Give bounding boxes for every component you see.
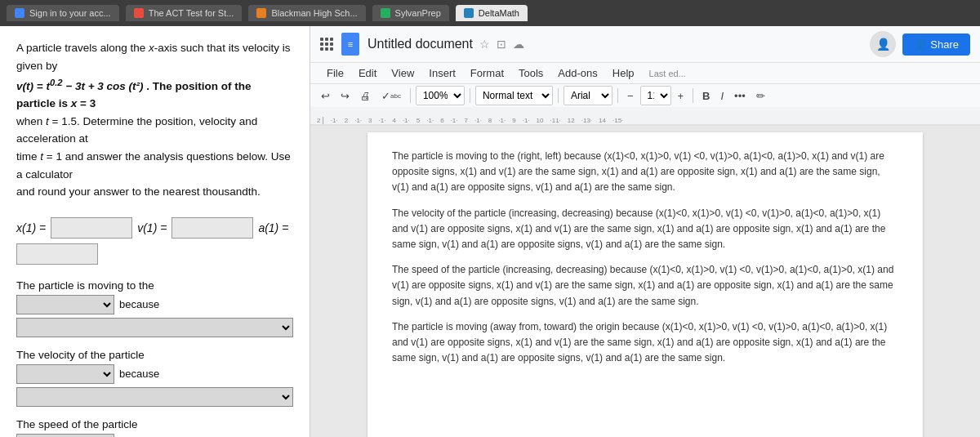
tab-label-act: The ACT Test for St... [149, 8, 234, 18]
bold-button[interactable]: B [698, 87, 714, 105]
problem-text-part4: and round your answer to the nearest tho… [16, 185, 261, 198]
question1-dropdown[interactable]: right left [16, 295, 114, 314]
question2-label: The velocity of the particle [16, 349, 293, 361]
tab-icon-act [134, 8, 144, 18]
tab-act[interactable]: The ACT Test for St... [126, 5, 243, 21]
toolbar-divider-1 [410, 88, 411, 103]
x-input[interactable] [51, 217, 132, 239]
answer-choice-2: The velocity of the particle (increasing… [392, 206, 898, 253]
undo-button[interactable]: ↩ [317, 87, 334, 105]
share-icon: 👤 [914, 38, 927, 51]
question1-row: The particle is moving to the right left… [16, 279, 293, 337]
right-panel: ≡ Untitled document ☆ ⊡ ☁ 👤 👤 Share [310, 26, 980, 437]
style-select[interactable]: Normal text Heading 1 Heading 2 [475, 86, 553, 105]
toolbar-divider-4 [617, 88, 618, 103]
menu-bar: File Edit View Insert Format Tools Add-o… [310, 63, 980, 83]
menu-edit[interactable]: Edit [352, 65, 383, 82]
print-button[interactable]: 🖨 [356, 87, 375, 105]
redo-button[interactable]: ↪ [336, 87, 354, 105]
question2-reason-dropdown[interactable]: x(1)<0 v(1) < 0 a(1) < 0 [16, 387, 293, 407]
menu-lastedit[interactable]: Last ed... [643, 66, 693, 81]
avatar[interactable]: 👤 [870, 31, 896, 57]
question3-dropdown[interactable]: increasing decreasing [16, 434, 114, 437]
answer-choice-4-text: The particle is moving (away from, towar… [392, 319, 898, 367]
ruler: 2 | ·1· 2 ·1· 3 ·1· 4 ·1· 5 ·1· 6 ·1· 7 … [310, 107, 980, 125]
doc-title[interactable]: Untitled document [368, 37, 473, 51]
apps-icon[interactable] [320, 38, 333, 51]
a-input[interactable] [16, 243, 98, 265]
question3-label: The speed of the particle [16, 418, 293, 430]
doc-header: ≡ Untitled document ☆ ⊡ ☁ 👤 👤 Share [310, 26, 980, 63]
font-size-decrease[interactable]: − [623, 87, 638, 105]
share-label: Share [930, 38, 959, 51]
menu-format[interactable]: Format [464, 65, 510, 82]
cloud-icon: ☁ [513, 38, 524, 51]
answer-choice-1: The particle is moving to the (right, le… [392, 149, 898, 196]
question1-because: because [119, 298, 159, 310]
menu-insert[interactable]: Insert [422, 65, 462, 82]
left-panel: A particle travels along the x-axis such… [0, 26, 310, 437]
question1-label: The particle is moving to the [16, 279, 293, 292]
italic-button[interactable]: I [716, 87, 728, 105]
tab-icon-sign-in [15, 8, 24, 18]
menu-help[interactable]: Help [606, 65, 641, 82]
move-icon[interactable]: ⊡ [497, 38, 506, 51]
share-button[interactable]: 👤 Share [902, 33, 970, 56]
a-label: a(1) = [258, 221, 288, 234]
question1-group: right left because [16, 295, 293, 314]
problem-text-part1: A particle travels along the x-axis such… [16, 42, 290, 72]
menu-tools[interactable]: Tools [512, 65, 550, 82]
answer-choice-1-text: The particle is moving to the (right, le… [392, 149, 898, 196]
doc-page: The particle is moving to the (right, le… [368, 132, 923, 437]
question2-group: increasing decreasing because [16, 364, 293, 384]
tab-label-sign-in: Sign in to your acc... [29, 8, 111, 18]
doc-toolbar: ↩ ↪ 🖨 ✓abc 100% 75% 125% Normal text Hea… [310, 83, 980, 107]
spellcheck-button[interactable]: ✓abc [377, 87, 405, 105]
answer-choice-4: The particle is moving (away from, towar… [392, 319, 898, 367]
question2-row: The velocity of the particle increasing … [16, 349, 293, 407]
tab-sylvan[interactable]: SylvanPrep [372, 5, 449, 21]
more-options-button[interactable]: ••• [730, 87, 750, 105]
doc-title-area: Untitled document ☆ ⊡ ☁ [368, 37, 524, 51]
doc-content: The particle is moving to the (right, le… [310, 126, 980, 437]
values-row: x(1) = v(1) = a(1) = [16, 217, 293, 265]
tab-sign-in[interactable]: Sign in to your acc... [7, 5, 119, 21]
problem-statement: A particle travels along the x-axis such… [16, 39, 293, 201]
menu-view[interactable]: View [385, 65, 421, 82]
tab-icon-blackman [256, 8, 266, 18]
doc-toolbar-area: ≡ Untitled document ☆ ⊡ ☁ 👤 👤 Share [310, 26, 980, 126]
answer-choice-2-text: The velocity of the particle (increasing… [392, 206, 898, 253]
font-size-select[interactable]: 11 12 14 [640, 86, 671, 105]
tab-label-deltamath: DeltaMath [479, 8, 519, 18]
tab-icon-deltamath [464, 8, 474, 18]
question3-row: The speed of the particle increasing dec… [16, 418, 293, 437]
font-select[interactable]: Arial Times New Roman [564, 86, 612, 105]
question2-because: because [119, 368, 159, 380]
v-label: v(1) = [137, 221, 167, 234]
menu-addons[interactable]: Add-ons [551, 65, 604, 82]
font-size-increase[interactable]: + [674, 87, 688, 105]
toolbar-divider-2 [470, 88, 470, 103]
x-label: x(1) = [16, 221, 46, 234]
tab-deltamath[interactable]: DeltaMath [456, 5, 528, 21]
v-input[interactable] [172, 217, 253, 239]
doc-header-right: 👤 👤 Share [870, 31, 970, 57]
ruler-content: 2 | ·1· 2 ·1· 3 ·1· 4 ·1· 5 ·1· 6 ·1· 7 … [317, 116, 973, 124]
answer-choices: The particle is moving to the (right, le… [392, 149, 898, 366]
answer-choice-3-text: The speed of the particle (increasing, d… [392, 262, 898, 310]
question1-reason-dropdown[interactable]: x(1)<0 x(1)>0 v(1) < 0 v(1) > 0 [16, 318, 293, 337]
toolbar-divider-3 [558, 88, 559, 103]
zoom-select[interactable]: 100% 75% 125% [416, 86, 465, 105]
problem-text-part2: when t = 1.5. Determine the position, ve… [16, 115, 257, 145]
browser-tab-bar: Sign in to your acc... The ACT Test for … [0, 0, 980, 26]
question2-dropdown[interactable]: increasing decreasing [16, 364, 114, 384]
tab-blackman[interactable]: Blackman High Sch... [248, 5, 365, 21]
tab-label-blackman: Blackman High Sch... [271, 8, 357, 18]
star-icon[interactable]: ☆ [479, 38, 490, 51]
tab-label-sylvan: SylvanPrep [395, 8, 441, 18]
pencil-button[interactable]: ✏ [752, 87, 769, 105]
answer-choice-3: The speed of the particle (increasing, d… [392, 262, 898, 310]
main-area: A particle travels along the x-axis such… [0, 26, 980, 437]
problem-formula: v(t) = t0.2 − 3t + 3 cos (t²) . The posi… [16, 80, 252, 110]
menu-file[interactable]: File [320, 65, 350, 82]
